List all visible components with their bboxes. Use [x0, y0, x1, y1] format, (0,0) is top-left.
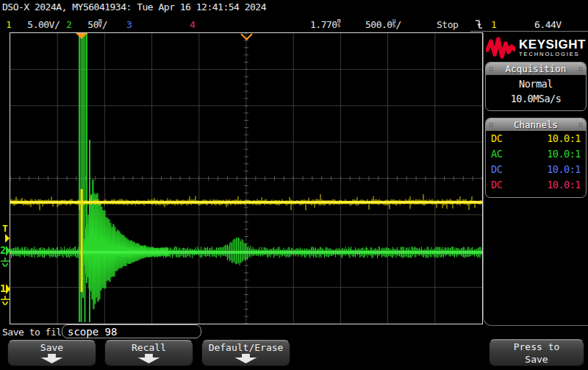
- svg-text:2: 2: [0, 244, 6, 256]
- trigger-falling-edge-icon: [474, 18, 484, 30]
- trigger-time-marker-icon[interactable]: [76, 33, 87, 40]
- filename-input[interactable]: [62, 324, 201, 338]
- channels-header[interactable]: ∷ Channels ∷: [486, 118, 586, 131]
- svg-text:T: T: [2, 223, 8, 234]
- channels-panel: ∷ Channels ∷ DC10.0:1 AC10.0:1 DC10.0:1 …: [485, 118, 587, 198]
- ch3-status-button[interactable]: 3: [126, 19, 132, 30]
- ch4-number: 4: [190, 19, 195, 30]
- oscilloscope-screen: DSO-X 2024A, MY56041934: Tue Apr 16 12:4…: [0, 0, 588, 370]
- recall-softkey-button[interactable]: Recall: [104, 340, 193, 366]
- time-unit: ms: [337, 19, 341, 28]
- ch2-status-button[interactable]: 2 50mV/: [66, 19, 107, 30]
- ch1-scale: 5.00V/: [27, 19, 60, 30]
- run-state-indicator[interactable]: Stop: [437, 19, 458, 30]
- acquisition-mode: Normal: [486, 78, 586, 90]
- grip-icon: ∷: [489, 121, 493, 129]
- status-divider: [470, 31, 588, 32]
- waveform-display: [10, 33, 482, 324]
- channel-row-1: DC10.0:1: [486, 131, 586, 146]
- default-erase-softkey-button[interactable]: Default/Erase: [201, 340, 290, 366]
- trigger-level-marker[interactable]: T: [0, 223, 10, 245]
- trigger-level-readout: 6.44V: [534, 19, 562, 30]
- sample-rate: 10.0MSa/s: [486, 93, 586, 104]
- svg-text:1: 1: [0, 282, 6, 294]
- down-arrow-icon: [41, 354, 63, 363]
- ch1-ground-marker[interactable]: 1: [0, 281, 10, 312]
- down-arrow-icon: [235, 354, 257, 363]
- channel-row-2: AC10.0:1: [486, 146, 586, 162]
- logo-brand-text: KEYSIGHT: [519, 38, 586, 51]
- instrument-title: DSO-X 2024A, MY56041934: Tue Apr 16 12:4…: [2, 1, 266, 13]
- down-arrow-icon: [138, 354, 160, 363]
- keysight-logo: KEYSIGHT TECHNOLOGIES: [484, 34, 587, 62]
- acquisition-header[interactable]: ∷ Acquisition ∷: [486, 63, 586, 75]
- grip-icon: ∷: [578, 121, 583, 129]
- ch2-ground-marker[interactable]: 2: [0, 243, 10, 274]
- timebase-readout[interactable]: 500.0µs/: [365, 19, 401, 30]
- save-softkey-button[interactable]: Save: [7, 340, 96, 366]
- ch1-status-button[interactable]: 1 5.00V/: [6, 19, 60, 30]
- ch2-number: 2: [66, 19, 71, 30]
- grip-icon: ∷: [578, 65, 583, 73]
- ch3-number: 3: [126, 19, 132, 30]
- ch1-number: 1: [6, 19, 11, 30]
- grip-icon: ∷: [489, 65, 493, 73]
- acquisition-panel: ∷ Acquisition ∷ Normal 10.0MSa/s: [485, 62, 587, 111]
- time-reference-marker-icon: [240, 33, 253, 40]
- ch4-status-button[interactable]: 4: [190, 19, 195, 30]
- keysight-wave-icon: [486, 37, 515, 59]
- channel-row-3: DC10.0:1: [486, 162, 586, 177]
- time-delay-readout: 1.770ms: [310, 19, 340, 30]
- logo-sub-text: TECHNOLOGIES: [519, 51, 586, 57]
- press-to-save-button[interactable]: Press to Save: [489, 339, 584, 366]
- ch2-scale-value: 50: [87, 19, 98, 30]
- trigger-source: 1: [491, 19, 496, 30]
- channel-row-4: DC10.0:1: [486, 177, 586, 193]
